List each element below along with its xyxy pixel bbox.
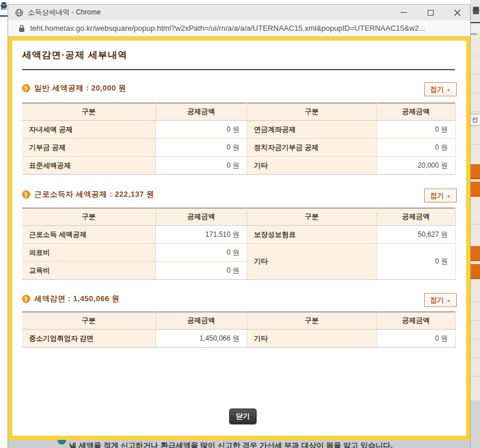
- page-title: 세액감면·공제 세부내역: [22, 49, 128, 62]
- bg-row-line: [470, 93, 480, 93]
- background-partial-text-left: 출: [0, 1, 8, 11]
- background-band: [470, 23, 480, 32]
- bg-row-line: [470, 357, 480, 358]
- bg-row-line: [470, 111, 480, 112]
- background-teal-line: [0, 15, 8, 17]
- popup-content: 세액감면·공제 세부내역 ❯ 일반 세액공제 : 20,000 원 접기 ▲ 구…: [12, 41, 466, 436]
- background-below-popup: 낼 세액을 적게 신고하거나 환급세액을 많이 신고한 경우 가산세 부과 대상…: [8, 440, 470, 448]
- table-header-row: 구분 공제금액 구분 공제금액: [22, 208, 455, 226]
- table-header-row: 구분 공제금액 구분 공제금액: [22, 103, 455, 121]
- table-row: 표준세액공제 0 원 기타 20,000 원: [22, 157, 455, 175]
- section-bullet-icon: ❯: [22, 295, 30, 303]
- close-window-button[interactable]: [447, 5, 467, 20]
- chrome-popup-window: 소득상세내역 - Chrome teht.hometax.go.kr/websq…: [8, 5, 470, 448]
- table-row: 자녀세액 공제 0 원 연금계좌공제 0 원: [22, 121, 455, 139]
- background-partial-button[interactable]: 선: [470, 114, 480, 126]
- triangle-up-icon: ▲: [446, 193, 451, 198]
- bg-row-line: [470, 302, 480, 302]
- checkmark-circle-icon: [57, 440, 66, 445]
- table-row: 중소기업취업자 감면 1,450,066 원 기타 0 원: [22, 330, 455, 348]
- close-icon: [454, 9, 461, 16]
- tax-reduction-table: 구분 공제금액 구분 공제금액 중소기업취업자 감면 1,450,066 원 기…: [22, 312, 456, 348]
- collapse-button-section-3[interactable]: 접기 ▲: [424, 293, 457, 307]
- bg-row-line: [470, 56, 480, 56]
- bg-row-line: [470, 224, 480, 225]
- globe-icon: [15, 9, 23, 17]
- background-orange-button[interactable]: [470, 264, 480, 279]
- collapse-button-section-2[interactable]: 접기 ▲: [424, 189, 457, 203]
- background-partial-text-right: 를: [472, 5, 480, 16]
- triangle-up-icon: ▲: [446, 87, 451, 92]
- url-bar[interactable]: teht.hometax.go.kr/websquare/popup.html?…: [8, 20, 470, 37]
- bg-row-line: [470, 320, 480, 321]
- section-bullet-icon: ❯: [22, 190, 30, 198]
- title-divider: [22, 69, 455, 70]
- background-partial-sentence: 낼 세액을 적게 신고하거나 환급세액을 많이 신고한 경우 가산세 부과 대상…: [69, 440, 393, 448]
- background-gray-area: [470, 400, 480, 448]
- earned-income-credit-table: 구분 공제금액 구분 공제금액 근로소득 세액공제 171,510 원 보장성보…: [22, 208, 456, 280]
- section-heading-tax-reduction: ❯ 세액감면 : 1,450,066 원: [22, 294, 120, 304]
- url-text: teht.hometax.go.kr/websquare/popup.html?…: [30, 24, 425, 32]
- background-orange-button[interactable]: [470, 182, 480, 197]
- section-bullet-icon: ❯: [22, 84, 30, 92]
- masked-value-text: ***: [471, 32, 477, 38]
- background-right-strip: 를 *** 선: [470, 0, 480, 448]
- triangle-up-icon: ▲: [446, 298, 451, 303]
- window-titlebar[interactable]: 소득상세내역 - Chrome: [8, 5, 470, 20]
- lock-icon: [19, 24, 25, 32]
- bg-row-line: [470, 144, 480, 144]
- maximize-icon: [428, 10, 434, 16]
- minimize-icon: [400, 12, 407, 13]
- background-orange-button[interactable]: [470, 246, 480, 261]
- close-button[interactable]: 닫기: [229, 409, 257, 424]
- background-left-strip: 출: [0, 0, 8, 448]
- collapse-button-section-1[interactable]: 접기 ▲: [424, 82, 457, 96]
- tax-detail-popup: 세액감면·공제 세부내역 ❯ 일반 세액공제 : 20,000 원 접기 ▲ 구…: [8, 37, 470, 440]
- minimize-button[interactable]: [394, 5, 413, 20]
- section-heading-general-credit: ❯ 일반 세액공제 : 20,000 원: [22, 83, 127, 93]
- table-row: 의료비 0 원 기타 0 원: [22, 244, 455, 262]
- window-title: 소득상세내역 - Chrome: [28, 8, 100, 17]
- maximize-button[interactable]: [421, 5, 441, 20]
- bg-row-line: [470, 376, 480, 377]
- section-heading-earned-income-credit: ❯ 근로소득자 세액공제 : 222,137 원: [22, 189, 154, 200]
- general-credit-table: 구분 공제금액 구분 공제금액 자녀세액 공제 0 원 연금계좌공제 0 원 기…: [22, 103, 456, 175]
- bg-row-line: [470, 339, 480, 339]
- background-orange-button[interactable]: [470, 164, 480, 179]
- table-header-row: 구분 공제금액 구분 공제금액: [22, 312, 455, 330]
- table-row: 근로소득 세액공제 171,510 원 보장성보험료 50,627 원: [22, 226, 455, 244]
- bg-row-line: [470, 74, 480, 75]
- table-row: 기부금 공제 0 원 정치자금기부금 공제 0 원: [22, 139, 455, 157]
